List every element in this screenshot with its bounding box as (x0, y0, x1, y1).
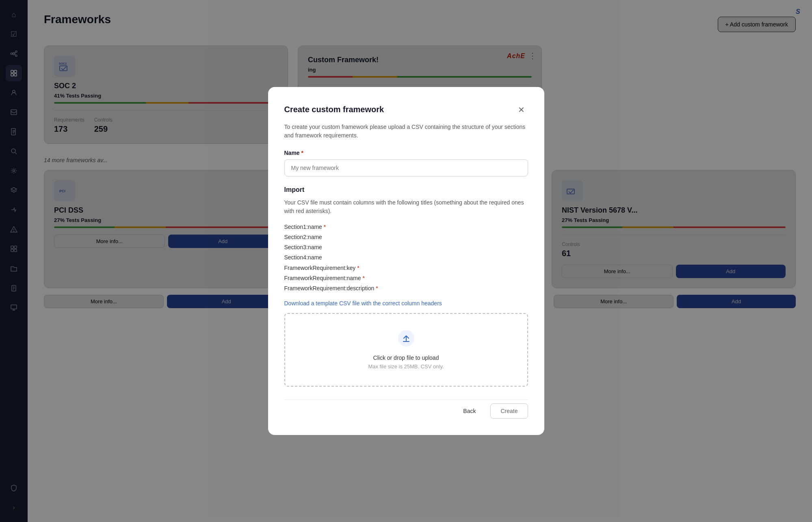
import-description: Your CSV file must contain columns with … (284, 198, 528, 215)
csv-col-2: Section3:name (284, 242, 528, 252)
csv-col-4: FrameworkRequirement:key * (284, 263, 528, 273)
name-input[interactable] (284, 159, 528, 176)
import-section-title: Import (284, 186, 528, 194)
csv-col-5: FrameworkRequirement:name * (284, 273, 528, 283)
csv-col-0: Section1:name * (284, 222, 528, 232)
create-custom-framework-modal: Create custom framework ✕ To create your… (268, 87, 544, 435)
template-download-link[interactable]: Download a template CSV file with the co… (284, 300, 528, 307)
upload-zone[interactable]: Click or drop file to upload Max file si… (284, 313, 528, 387)
modal-footer: Back Create (284, 400, 528, 419)
modal-description: To create your custom framework please u… (284, 123, 528, 140)
csv-col-6: FrameworkRequirement:description * (284, 283, 528, 294)
upload-hint: Max file size is 25MB. CSV only. (301, 363, 511, 370)
create-button[interactable]: Create (490, 403, 528, 419)
modal-title: Create custom framework (284, 105, 384, 114)
upload-text: Click or drop file to upload (301, 355, 511, 361)
name-required-indicator: * (301, 150, 303, 156)
back-button[interactable]: Back (453, 403, 485, 419)
csv-col-3: Section4:name (284, 252, 528, 263)
csv-columns-list: Section1:name * Section2:name Section3:n… (284, 222, 528, 294)
modal-close-button[interactable]: ✕ (515, 103, 528, 116)
modal-overlay: Create custom framework ✕ To create your… (0, 0, 812, 522)
modal-header: Create custom framework ✕ (284, 103, 528, 116)
name-label: Name * (284, 150, 528, 156)
upload-icon (301, 330, 511, 350)
csv-col-1: Section2:name (284, 232, 528, 242)
